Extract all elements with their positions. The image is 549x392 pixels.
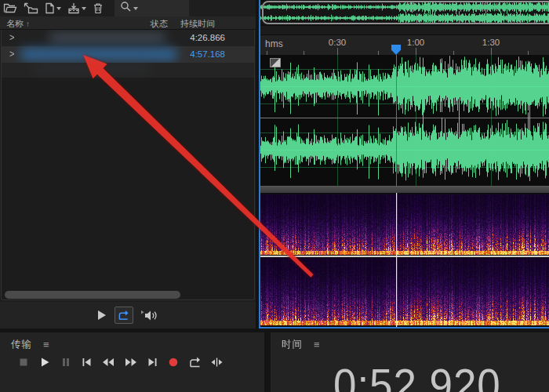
dropdown-caret-icon xyxy=(133,7,138,10)
dropdown-caret-icon xyxy=(82,7,86,10)
move-playhead-icon xyxy=(210,356,224,368)
waveform-spectral-splitter[interactable] xyxy=(260,186,549,193)
skip-to-end-icon xyxy=(147,356,158,368)
file-duration: 4:26.866 xyxy=(190,33,225,42)
ruler-tick-label: 0:30 xyxy=(320,38,354,47)
file-row-selected[interactable]: > 4:57.168 xyxy=(2,46,254,63)
blur-artifact xyxy=(33,64,151,71)
ruler-tick xyxy=(491,48,492,55)
file-row-empty xyxy=(2,63,254,78)
rewind-icon xyxy=(101,356,115,368)
column-status[interactable]: 状态 xyxy=(151,18,168,30)
skip-to-start-icon xyxy=(81,356,93,368)
preview-transport-bar xyxy=(0,302,256,328)
column-duration[interactable]: 持续时间 xyxy=(180,18,215,30)
move-playhead-button[interactable] xyxy=(210,356,224,368)
ruler-tick xyxy=(416,48,416,55)
import-icon xyxy=(24,2,38,14)
batch-save-button[interactable] xyxy=(64,1,89,16)
new-file-icon xyxy=(45,2,55,14)
transport-buttons xyxy=(17,356,224,368)
current-time-display[interactable]: 0:52.920 xyxy=(333,359,501,392)
trash-icon xyxy=(93,2,104,14)
file-row[interactable]: > 4:26.866 xyxy=(2,30,254,46)
skip-to-start-button[interactable] xyxy=(81,356,93,368)
preview-autoplay-button[interactable] xyxy=(141,310,160,321)
zoom-navigator[interactable] xyxy=(260,0,549,26)
preview-loop-button-active[interactable] xyxy=(115,307,133,324)
panel-menu-icon[interactable]: ≡ xyxy=(314,339,320,350)
new-content-button[interactable] xyxy=(42,1,64,16)
sort-ascending-icon: ↑ xyxy=(26,20,30,28)
transport-panel-title: 传输 xyxy=(11,338,32,351)
loop-icon xyxy=(188,356,202,368)
waveform-canvas[interactable] xyxy=(260,55,549,186)
column-name[interactable]: 名称 ↑ xyxy=(6,18,30,30)
delete-button[interactable] xyxy=(89,1,107,16)
file-list: > 4:26.866 > 4:57.168 xyxy=(1,30,255,300)
display-mode-widget-icon[interactable] xyxy=(270,58,281,67)
play-button[interactable] xyxy=(38,356,51,368)
spectrogram-canvas[interactable] xyxy=(260,193,549,327)
ruler-unit-label: hms xyxy=(265,38,283,49)
fast-forward-icon xyxy=(124,356,138,368)
stop-icon xyxy=(17,356,30,368)
skip-to-end-button[interactable] xyxy=(147,356,158,368)
time-panel: 时间 ≡ 0:52.920 xyxy=(271,332,549,392)
ruler-tick-label: 1:30 xyxy=(474,38,508,47)
search-box[interactable] xyxy=(115,0,189,16)
waveform-editor-panel: hms 0:30 1:00 1:30 xyxy=(259,0,549,328)
loop-icon xyxy=(118,310,129,321)
zoom-range-selector[interactable] xyxy=(262,1,549,24)
pause-button[interactable] xyxy=(60,356,72,368)
expander-chevron-icon[interactable]: > xyxy=(9,48,14,59)
transport-panel: 传输 ≡ xyxy=(0,332,264,392)
spectral-display[interactable] xyxy=(260,193,549,327)
waveform-display[interactable] xyxy=(260,55,549,186)
expander-chevron-icon[interactable]: > xyxy=(9,31,14,42)
pause-icon xyxy=(60,356,72,368)
files-toolbar xyxy=(0,0,256,16)
ruler-tick xyxy=(337,48,338,55)
file-name-redacted xyxy=(20,49,177,60)
ruler-tick-label: 1:00 xyxy=(398,38,433,47)
import-files-button[interactable] xyxy=(20,1,42,16)
file-name-redacted xyxy=(49,33,166,42)
play-icon xyxy=(38,356,51,368)
dropdown-caret-icon xyxy=(56,7,61,10)
play-icon xyxy=(96,310,107,321)
panel-menu-icon[interactable]: ≡ xyxy=(43,339,49,350)
rewind-button[interactable] xyxy=(101,356,115,368)
files-panel: 名称 ↑ 状态 持续时间 > 4:26.866 > 4:57.168 xyxy=(0,0,256,328)
audition-workspace: 名称 ↑ 状态 持续时间 > 4:26.866 > 4:57.168 xyxy=(0,0,549,392)
open-folder-icon xyxy=(3,2,17,14)
record-icon xyxy=(167,356,180,368)
timeline-ruler[interactable]: hms 0:30 1:00 1:30 xyxy=(260,34,549,55)
search-icon xyxy=(120,1,132,16)
fast-forward-button[interactable] xyxy=(124,356,138,368)
stop-button[interactable] xyxy=(17,356,30,368)
record-button[interactable] xyxy=(167,356,180,368)
time-panel-title: 时间 xyxy=(282,338,303,351)
save-box-icon xyxy=(67,2,80,14)
file-duration: 4:57.168 xyxy=(190,49,225,59)
loop-playback-button[interactable] xyxy=(188,356,202,368)
open-file-button[interactable] xyxy=(0,1,20,16)
file-list-header: 名称 ↑ 状态 持续时间 xyxy=(0,16,256,30)
preview-play-button[interactable] xyxy=(96,310,107,321)
horizontal-scrollbar[interactable] xyxy=(5,291,180,299)
auto-play-speaker-icon xyxy=(141,310,160,321)
